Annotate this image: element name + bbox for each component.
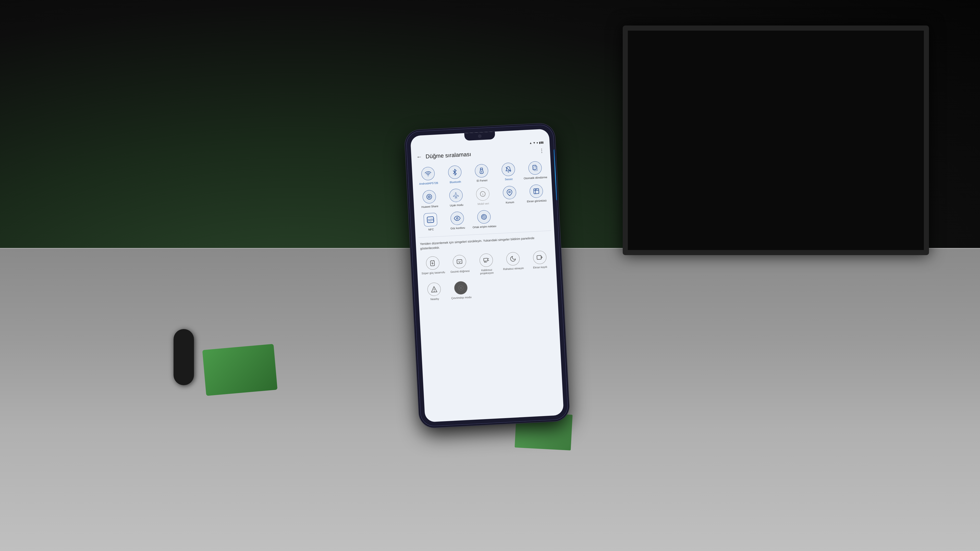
svg-rect-25 <box>457 259 462 264</box>
wireless-label: Kablosuz projeksiyon <box>474 268 500 275</box>
dnd-label: Rahatsız etmeyin <box>503 266 524 271</box>
phone-notch <box>464 132 495 141</box>
silent-icon-circle <box>501 162 515 176</box>
huaweishare-label: Huawei Share <box>422 204 438 208</box>
location-label: Konum <box>506 200 514 204</box>
dnd-icon-circle <box>506 252 520 266</box>
tv-screen <box>623 25 929 255</box>
flashlight-toggle[interactable]: El Feneri <box>468 162 495 184</box>
autorotate-icon-circle <box>528 161 542 175</box>
nfc-label: NFC <box>428 228 434 231</box>
supercharge-label: Süper güç tasarrufu <box>422 270 445 275</box>
empty-slot-2 <box>524 205 551 228</box>
green-item-1 <box>202 344 278 396</box>
flashlight-icon-circle <box>475 164 489 178</box>
nearby-toggle[interactable]: Nearby <box>421 280 448 303</box>
empty-bottom-1 <box>474 278 501 300</box>
screenrecord-icon <box>536 254 543 261</box>
tv-screen-inner <box>628 30 924 250</box>
nfc-icon-circle: NFC <box>424 213 438 227</box>
empty-slot-1 <box>497 206 524 229</box>
nearby-icon <box>431 286 438 292</box>
svg-point-18 <box>456 218 458 219</box>
mobiledata-icon: 1 <box>479 190 486 197</box>
mobiledata-toggle[interactable]: 1 Mobil veri <box>469 185 496 207</box>
bluetooth-icon-circle <box>448 165 462 179</box>
nfc-icon: NFC <box>426 216 434 224</box>
location-icon-circle <box>503 186 517 200</box>
moon-icon <box>509 256 516 262</box>
offline-label: Çevrimdışı modu <box>451 295 472 300</box>
screenshot-icon <box>533 187 539 194</box>
bottom-icon-grid: Süper güç tasarrufu Gezinti düğmesi <box>416 246 558 306</box>
bluetooth-toggle[interactable]: Bluetooth <box>442 163 468 186</box>
svg-point-11 <box>509 191 511 193</box>
navigation-toggle[interactable]: Gezinti düğmesi <box>446 253 473 278</box>
bluetooth-label: Bluetooth <box>450 180 461 184</box>
back-button[interactable]: ← <box>416 154 422 160</box>
wifi-icon-circle <box>421 167 435 181</box>
screen-content: ▲ ▼ ● ▮▮▮ ← Düğme sıralaması ⋮ <box>410 138 564 422</box>
svg-line-28 <box>484 262 487 262</box>
airplane-toggle[interactable]: Uçak modu <box>443 186 469 209</box>
navigation-icon <box>456 258 463 265</box>
wifi-icon <box>425 170 431 177</box>
svg-point-8 <box>429 197 430 197</box>
svg-rect-26 <box>484 258 488 261</box>
hotspot-label: Ortak erişim noktası <box>473 224 496 229</box>
hotspot-icon-circle <box>477 210 491 224</box>
huaweishare-toggle[interactable]: Huawei Share <box>416 188 443 210</box>
svg-rect-29 <box>537 256 541 259</box>
autorotate-label: Otomatik döndürme <box>524 176 547 180</box>
offline-icon-circle <box>454 281 468 295</box>
offline-toggle[interactable]: Çevrimdışı modu <box>448 279 474 302</box>
flashlight-icon <box>478 167 485 174</box>
supercharge-toggle[interactable]: Süper güç tasarrufu <box>420 254 447 279</box>
more-options-button[interactable]: ⋮ <box>539 147 545 154</box>
screenshot-toggle[interactable]: Ekran görüntüsü <box>523 182 550 205</box>
navigation-label: Gezinti düğmesi <box>450 269 470 273</box>
wireless-toggle[interactable]: Kablosuz projeksiyon <box>473 251 500 277</box>
svg-marker-30 <box>541 256 542 259</box>
bluetooth-icon <box>452 168 458 176</box>
dnd-toggle[interactable]: Rahatsız etmeyin <box>500 250 527 275</box>
eyecomfort-toggle[interactable]: Göz konforu <box>444 210 471 232</box>
silent-toggle[interactable]: Sessiz <box>495 160 522 183</box>
nearby-icon-circle <box>427 283 441 297</box>
svg-rect-5 <box>534 166 538 171</box>
huaweishare-icon <box>426 193 433 200</box>
signal-icons: ▲ ▼ ● ▮▮▮ <box>529 141 544 145</box>
svg-point-33 <box>434 291 434 291</box>
autorotate-toggle[interactable]: Otomatik döndürme <box>522 159 549 182</box>
phone-container: ▲ ▼ ● ▮▮▮ ← Düğme sıralaması ⋮ <box>405 124 569 427</box>
svg-point-7 <box>428 195 431 198</box>
svg-point-19 <box>481 214 487 219</box>
offline-icon <box>457 284 464 291</box>
svg-rect-4 <box>533 165 536 170</box>
navigation-icon-circle <box>452 254 466 268</box>
bell-icon <box>505 166 512 173</box>
front-camera <box>478 134 482 138</box>
eyecomfort-label: Göz konforu <box>450 226 465 230</box>
wireless-icon-circle <box>479 253 493 267</box>
nfc-toggle[interactable]: NFC NFC <box>417 211 444 233</box>
screenrecord-toggle[interactable]: Ekran kaydı <box>527 248 554 274</box>
screenshot-label: Ekran görüntüsü <box>527 199 547 203</box>
top-icon-grid: AndroidAP572B Bluetooth <box>412 156 554 236</box>
autorotate-icon <box>531 165 538 171</box>
wifi-toggle[interactable]: AndroidAP572B <box>415 165 442 187</box>
hotspot-toggle[interactable]: Ortak erişim noktası <box>471 208 497 230</box>
svg-point-21 <box>484 217 484 218</box>
huaweishare-icon-circle <box>422 190 436 204</box>
eye-icon <box>454 215 461 222</box>
svg-point-6 <box>427 194 432 199</box>
location-toggle[interactable]: Konum <box>496 184 523 206</box>
eyecomfort-icon-circle <box>450 211 464 225</box>
flashlight-label: El Feneri <box>477 179 488 183</box>
airplane-icon <box>452 192 460 199</box>
mobiledata-icon-circle: 1 <box>476 187 490 201</box>
empty-bottom-2 <box>501 276 528 299</box>
silent-label: Sessiz <box>505 177 513 181</box>
mobiledata-label: Mobil veri <box>477 202 489 206</box>
phone-device: ▲ ▼ ● ▮▮▮ ← Düğme sıralaması ⋮ <box>405 124 569 427</box>
